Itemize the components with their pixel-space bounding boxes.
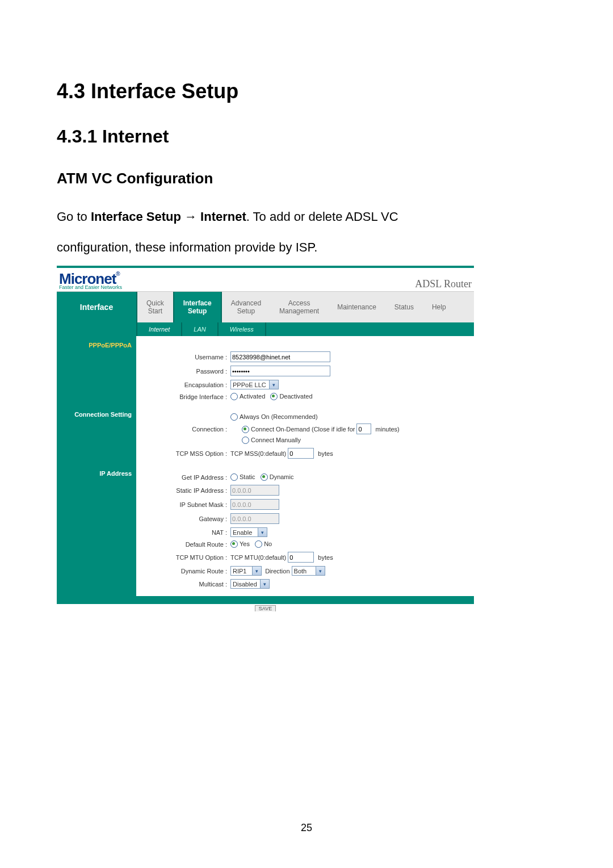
logo-tagline: Faster and Easier Networks [59, 285, 122, 290]
tcpmtu-text: TCP MTU(0:default) [230, 554, 286, 561]
subtab-internet[interactable]: Internet [137, 322, 182, 336]
radio-label: No [264, 540, 272, 547]
defroute-yes-radio[interactable] [230, 540, 238, 548]
gateway-label: Gateway : [142, 511, 230, 526]
staticip-input[interactable] [230, 485, 279, 496]
radio-label: Connect Manually [251, 437, 301, 443]
password-input[interactable] [230, 366, 330, 376]
select-value: RIP1 [233, 568, 250, 575]
radio-label: Yes [240, 540, 250, 547]
bridge-activated-radio[interactable] [230, 393, 238, 400]
idle-minutes-input[interactable] [356, 423, 371, 434]
staticip-label: Static IP Address : [142, 483, 230, 497]
multicast-label: Multicast : [142, 577, 230, 590]
subtab-wireless[interactable]: Wireless [219, 322, 266, 336]
subnet-label: IP Subnet Mask : [142, 497, 230, 511]
text-bold: Interface Setup [91, 209, 181, 224]
tab-label: Quick [146, 299, 164, 307]
tab-label: Advanced [231, 299, 261, 307]
router-ui: Micronet® Faster and Easier Networks ADS… [57, 266, 474, 615]
defroute-label: Default Route : [142, 539, 230, 550]
password-label: Password : [142, 364, 230, 378]
dynroute-select[interactable]: RIP1 ▾ [230, 566, 262, 576]
getip-dynamic-radio[interactable] [261, 473, 268, 481]
chevron-down-icon: ▾ [316, 567, 325, 575]
bridge-label: Bridge Interface : [142, 391, 230, 402]
tab-label: Setup [231, 307, 261, 315]
main-nav: Interface Quick Start Interface Setup Ad… [57, 292, 474, 322]
username-label: Username : [142, 350, 230, 364]
unit-label: bytes [318, 450, 333, 457]
tab-label: Help [432, 303, 446, 311]
username-input[interactable] [230, 351, 330, 362]
tab-quick-start[interactable]: Quick Start [137, 292, 173, 322]
text-bold: Internet [200, 209, 246, 224]
radio-label: Connect On-Demand (Close if idle for [251, 426, 355, 433]
dynroute-label: Dynamic Route : [142, 564, 230, 577]
multicast-select[interactable]: Disabled ▾ [230, 579, 270, 589]
unit-label: minutes) [376, 426, 400, 433]
tab-label: Start [146, 307, 164, 315]
connection-label: Connection : [142, 412, 230, 446]
form-sidebar: PPPoE/PPPoA Connection Setting IP Addres… [57, 336, 136, 596]
subsection-heading: 4.3.1 Internet [57, 126, 556, 147]
nat-label: NAT : [142, 526, 230, 539]
arrow-icon: → [181, 209, 200, 224]
direction-select[interactable]: Both ▾ [292, 566, 325, 576]
chevron-down-icon: ▾ [260, 580, 269, 588]
subnet-input[interactable] [230, 499, 279, 510]
select-value: PPPoE LLC [233, 381, 267, 388]
select-value: Enable [233, 529, 255, 536]
tab-label: Setup [183, 307, 212, 315]
conn-ondemand-radio[interactable] [242, 426, 249, 433]
radio-label: Static [240, 473, 255, 480]
tab-maintenance[interactable]: Maintenance [328, 292, 385, 322]
tab-interface-setup[interactable]: Interface Setup [173, 292, 222, 322]
text: Go to [57, 209, 91, 224]
chevron-down-icon: ▾ [252, 567, 261, 575]
tcpmss-text: TCP MSS(0:default) [230, 450, 286, 457]
direction-label: Direction [265, 568, 289, 575]
device-label: ADSL Router [415, 278, 472, 290]
getip-label: Get IP Address : [142, 472, 230, 483]
instruction-text: configuration, these information provide… [57, 235, 556, 260]
bridge-deactivated-radio[interactable] [270, 393, 278, 400]
encapsulation-select[interactable]: PPPoE LLC ▾ [230, 380, 279, 389]
logo: Micronet® Faster and Easier Networks [59, 271, 122, 290]
tcpmss-input[interactable] [288, 448, 314, 459]
conn-always-radio[interactable] [230, 413, 238, 421]
sidebar-connection-label: Connection Setting [57, 411, 132, 418]
tab-status[interactable]: Status [385, 292, 423, 322]
radio-label: Always On (Recommended) [240, 413, 318, 420]
instruction-text: Go to Interface Setup → Internet. To add… [57, 204, 556, 229]
getip-static-radio[interactable] [230, 473, 238, 481]
form-main: Username : Password : Encapsulation : PP… [136, 336, 474, 596]
header-bar: Micronet® Faster and Easier Networks ADS… [57, 268, 474, 292]
sub-nav: Internet LAN Wireless [57, 322, 474, 336]
tab-label: Access [279, 299, 319, 307]
subtab-lan[interactable]: LAN [182, 322, 218, 336]
tcpmss-label: TCP MSS Option : [142, 446, 230, 460]
tab-help[interactable]: Help [423, 292, 455, 322]
tab-access-management[interactable]: Access Management [270, 292, 328, 322]
text: . To add or delete ADSL VC [246, 209, 398, 224]
select-value: Both [294, 568, 313, 575]
tab-advanced-setup[interactable]: Advanced Setup [222, 292, 270, 322]
tab-label: Interface [183, 299, 212, 307]
nat-select[interactable]: Enable ▾ [230, 527, 267, 537]
section-heading: 4.3 Interface Setup [57, 79, 556, 103]
radio-label: Activated [240, 393, 265, 400]
chevron-down-icon: ▾ [258, 528, 267, 536]
nav-section-label: Interface [57, 292, 137, 322]
sidebar-ip-label: IP Address [57, 470, 132, 477]
save-button-partial: SAVE [57, 604, 474, 615]
tab-label: Management [279, 307, 319, 315]
conn-manual-radio[interactable] [242, 437, 249, 444]
tcpmtu-input[interactable] [288, 552, 314, 563]
radio-label: Dynamic [270, 473, 294, 480]
tab-label: Status [394, 303, 414, 311]
unit-label: bytes [318, 554, 333, 561]
encapsulation-label: Encapsulation : [142, 378, 230, 391]
defroute-no-radio[interactable] [255, 540, 262, 548]
gateway-input[interactable] [230, 513, 279, 524]
